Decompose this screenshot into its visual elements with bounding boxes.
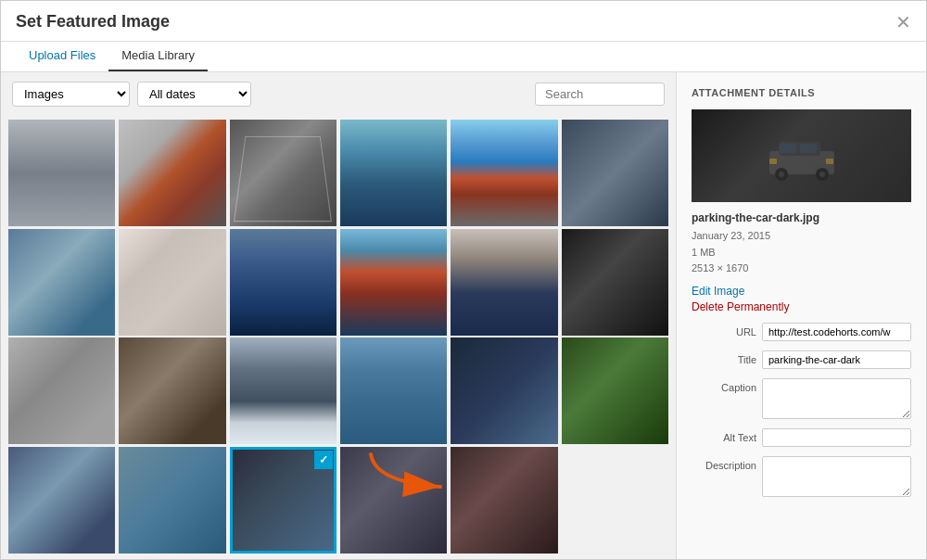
media-thumb-1[interactable] (8, 120, 115, 226)
media-thumb-6[interactable] (562, 120, 668, 226)
url-field-row: URL (692, 323, 911, 341)
media-grid: ✓ (1, 116, 676, 559)
description-textarea[interactable] (762, 456, 911, 497)
media-thumb-23[interactable] (451, 447, 557, 554)
svg-rect-8 (769, 159, 777, 164)
media-thumb-18[interactable] (562, 337, 668, 444)
close-button[interactable]: ✕ (895, 13, 911, 41)
description-field-row: Description (692, 456, 911, 497)
media-thumb-12[interactable] (562, 229, 668, 336)
media-area: Images All media types All dates January… (1, 72, 676, 559)
media-thumb-20[interactable] (119, 447, 225, 554)
attachment-thumbnail (692, 109, 911, 202)
attachment-date: January 23, 2015 (692, 230, 770, 241)
svg-point-5 (819, 172, 825, 177)
svg-rect-9 (826, 159, 833, 164)
edit-image-link[interactable]: Edit Image (692, 285, 911, 298)
filter-type-select[interactable]: Images All media types (12, 82, 130, 107)
alt-field-row: Alt Text (692, 428, 911, 447)
modal-title: Set Featured Image (16, 12, 170, 41)
car-preview-icon (765, 128, 839, 184)
tab-media-library[interactable]: Media Library (108, 41, 208, 71)
caption-textarea[interactable] (762, 378, 911, 419)
tabs-bar: Upload Files Media Library (1, 41, 926, 72)
media-thumb-14[interactable] (119, 337, 225, 444)
modal-header: Set Featured Image ✕ (1, 1, 926, 42)
media-thumb-15[interactable] (230, 337, 337, 444)
svg-rect-7 (800, 144, 817, 153)
attachment-dimensions: 2513 × 1670 (692, 262, 748, 274)
media-thumb-9[interactable] (230, 229, 337, 336)
media-thumb-7[interactable] (8, 229, 115, 336)
filter-date-select[interactable]: All dates January 2015 February 2015 (137, 82, 251, 107)
delete-permanently-link[interactable]: Delete Permanently (692, 300, 911, 313)
svg-point-3 (779, 172, 784, 177)
attachment-details-title: ATTACHMENT DETAILS (692, 87, 911, 98)
title-input[interactable] (762, 350, 911, 369)
media-thumb-2[interactable] (119, 120, 225, 226)
media-thumb-8[interactable] (119, 229, 225, 336)
modal-body: Images All media types All dates January… (1, 72, 926, 559)
modal-window: Set Featured Image ✕ Upload Files Media … (0, 0, 927, 560)
description-label: Description (692, 456, 756, 471)
media-thumb-17[interactable] (451, 337, 557, 444)
media-thumb-21[interactable]: ✓ (230, 447, 337, 554)
media-thumb-22[interactable] (340, 447, 447, 554)
attachment-size: 1 MB (692, 247, 716, 258)
media-thumb-5[interactable] (451, 120, 557, 226)
selected-check: ✓ (314, 451, 333, 469)
caption-label: Caption (692, 378, 756, 393)
search-input[interactable] (535, 83, 665, 106)
media-thumb-19[interactable] (8, 447, 115, 554)
svg-rect-6 (780, 144, 796, 153)
url-label: URL (692, 323, 756, 337)
attachment-filename: parking-the-car-dark.jpg (692, 211, 911, 224)
media-thumb-10[interactable] (340, 229, 447, 336)
title-field-row: Title (692, 350, 911, 369)
attachment-thumb-image (692, 109, 911, 202)
attachment-details-panel: ATTACHMENT DETAILS (676, 72, 926, 559)
media-toolbar: Images All media types All dates January… (1, 72, 676, 116)
media-thumb-16[interactable] (340, 337, 447, 444)
media-thumb-11[interactable] (451, 229, 557, 336)
tab-upload-files[interactable]: Upload Files (16, 41, 108, 71)
media-thumb-4[interactable] (340, 120, 447, 226)
caption-field-row: Caption (692, 378, 911, 419)
media-thumb-3[interactable] (230, 120, 337, 226)
alt-input[interactable] (762, 428, 911, 447)
url-input[interactable] (762, 323, 911, 341)
title-label: Title (692, 350, 756, 365)
attachment-metadata: January 23, 2015 1 MB 2513 × 1670 (692, 228, 911, 277)
alt-label: Alt Text (692, 428, 756, 443)
media-thumb-13[interactable] (8, 337, 115, 444)
